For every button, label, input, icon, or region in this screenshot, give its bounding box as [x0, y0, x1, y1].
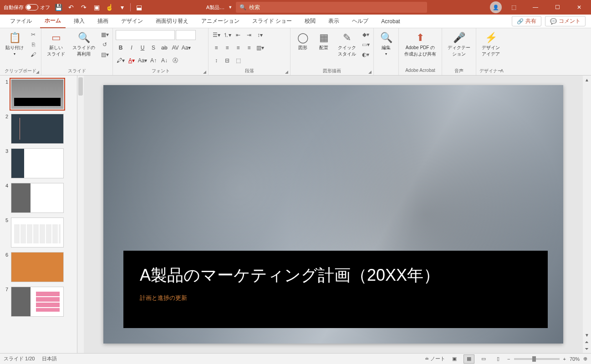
align-text-button[interactable]: ⊟	[222, 56, 232, 66]
tab-design[interactable]: デザイン	[117, 15, 148, 28]
indent-inc-button[interactable]: ⇥	[244, 30, 254, 40]
dictate-button[interactable]: 🎤ディクテー ション	[445, 30, 473, 59]
minimize-icon[interactable]: —	[525, 0, 545, 15]
fit-window-icon[interactable]: ⊕	[583, 356, 587, 362]
cut-icon[interactable]: ✂	[28, 30, 38, 39]
clear-button[interactable]: Ⓐ	[170, 56, 180, 66]
qat-more-icon[interactable]: ▾	[117, 3, 127, 12]
slide-canvas[interactable]: A製品のマーケティング計画（20XX年） 計画と進捗の更新	[84, 76, 583, 353]
prev-slide-icon[interactable]: ⏶	[585, 339, 589, 344]
view-normal-icon[interactable]: ▣	[449, 354, 460, 364]
tab-insert[interactable]: 挿入	[69, 15, 89, 28]
shape-fill-icon[interactable]: ◆▾	[361, 30, 371, 39]
slide-thumbnail-4[interactable]	[11, 183, 64, 213]
slide-thumbnail-5[interactable]	[11, 217, 64, 248]
slide-thumbnail-2[interactable]	[11, 114, 64, 144]
slide-title[interactable]: A製品のマーケティング計画（20XX年）	[140, 264, 531, 287]
zoom-in-button[interactable]: +	[563, 356, 566, 362]
design-ideas-button[interactable]: ⚡デザイン アイデア	[479, 30, 503, 59]
copy-icon[interactable]: ⎘	[28, 40, 38, 49]
bold-button[interactable]: B	[116, 43, 126, 53]
grow-font-button[interactable]: A↑	[148, 56, 158, 66]
save-icon[interactable]: 💾	[54, 3, 63, 12]
format-painter-icon[interactable]: 🖌	[28, 50, 38, 59]
collapse-ribbon-icon[interactable]: ᐱ	[500, 68, 504, 73]
shape-outline-icon[interactable]: ▭▾	[361, 40, 371, 49]
maximize-icon[interactable]: ☐	[547, 0, 567, 15]
slide-counter[interactable]: スライド 1/20	[4, 355, 35, 362]
zoom-slider[interactable]	[514, 358, 560, 360]
tab-animation[interactable]: アニメーション	[197, 15, 244, 28]
zoom-level[interactable]: 70%	[570, 356, 580, 362]
slide-thumbnail-1[interactable]	[11, 79, 64, 109]
touch-icon[interactable]: ☝	[105, 3, 114, 12]
slide-subtitle[interactable]: 計画と進捗の更新	[140, 294, 531, 302]
tab-home[interactable]: ホーム	[40, 15, 66, 28]
shapes-button[interactable]: ◯図形	[293, 30, 312, 53]
case-button[interactable]: Aa▾	[181, 43, 191, 53]
align-left-button[interactable]: ≡	[211, 43, 221, 53]
shrink-font-button[interactable]: A↓	[159, 56, 169, 66]
share-button[interactable]: 🔗共有	[512, 16, 541, 26]
tab-draw[interactable]: 描画	[93, 15, 113, 28]
title-overlay[interactable]: A製品のマーケティング計画（20XX年） 計画と進捗の更新	[123, 251, 548, 328]
strike-button[interactable]: ab	[159, 43, 169, 53]
slide-thumbnail-7[interactable]	[11, 287, 64, 317]
reset-icon[interactable]: ↺	[100, 40, 110, 49]
tab-review[interactable]: 校閲	[300, 15, 320, 28]
tab-help[interactable]: ヘルプ	[347, 15, 373, 28]
zoom-out-button[interactable]: −	[507, 356, 510, 362]
slide-thumbnail-3[interactable]	[11, 148, 64, 178]
dialog-launcher-icon[interactable]: ◢	[368, 70, 372, 74]
font-size-input[interactable]	[176, 30, 196, 40]
tab-transition[interactable]: 画面切り替え	[151, 15, 193, 28]
scroll-down-icon[interactable]: ▼	[585, 333, 589, 338]
next-slide-icon[interactable]: ⏷	[585, 346, 589, 351]
smartart-button[interactable]: ⬚	[233, 56, 243, 66]
undo-icon[interactable]: ↶	[66, 3, 76, 12]
search-input[interactable]: 🔍 検索	[236, 2, 427, 13]
font-color-button[interactable]: A▾	[127, 56, 137, 66]
layout-icon[interactable]: ▦▾	[100, 30, 110, 39]
arrange-button[interactable]: ▦配置	[314, 30, 333, 53]
bullets-button[interactable]: ☰▾	[211, 30, 221, 40]
quick-style-button[interactable]: ✎クイック スタイル	[335, 30, 359, 59]
scroll-up-icon[interactable]: ▲	[585, 77, 589, 82]
edit-button[interactable]: 🔍編集▾	[377, 30, 396, 58]
reuse-slide-button[interactable]: 🔍 スライドの 再利用	[70, 30, 98, 59]
dialog-launcher-icon[interactable]: ◢	[36, 70, 39, 74]
new-slide-button[interactable]: ▭ 新しい スライド	[44, 30, 68, 59]
slide[interactable]: A製品のマーケティング計画（20XX年） 計画と進捗の更新	[103, 85, 563, 344]
close-icon[interactable]: ✕	[569, 0, 589, 15]
tab-acrobat[interactable]: Acrobat	[377, 15, 404, 28]
underline-button[interactable]: U	[138, 43, 148, 53]
align-right-button[interactable]: ≡	[233, 43, 243, 53]
paste-button[interactable]: 📋 貼り付け ▾	[3, 30, 26, 58]
highlight-button[interactable]: 🖍▾	[116, 56, 126, 66]
language-status[interactable]: 日本語	[42, 355, 57, 362]
indent-dec-button[interactable]: ⇤	[233, 30, 243, 40]
notes-button[interactable]: ≐ ノート	[425, 355, 445, 362]
user-avatar[interactable]: 👤	[490, 1, 502, 13]
tab-file[interactable]: ファイル	[5, 15, 36, 28]
spacing-button[interactable]: AV	[170, 43, 180, 53]
slide-thumbnail-6[interactable]	[11, 252, 64, 282]
dialog-launcher-icon[interactable]: ◢	[203, 70, 206, 74]
view-slideshow-icon[interactable]: ▯	[493, 354, 504, 364]
autosave-toggle[interactable]: 自動保存 オフ	[4, 4, 50, 11]
filename-dropdown-icon[interactable]: ▼	[228, 5, 232, 10]
view-reading-icon[interactable]: ▭	[478, 354, 489, 364]
comment-button[interactable]: 💬コメント	[545, 16, 586, 26]
shadow-button[interactable]: S	[148, 43, 158, 53]
shape-effects-icon[interactable]: ◐▾	[361, 50, 371, 59]
justify-button[interactable]: ≡	[244, 43, 254, 53]
font-name-input[interactable]	[116, 30, 175, 40]
align-center-button[interactable]: ≡	[222, 43, 232, 53]
view-sorter-icon[interactable]: ▦	[464, 354, 474, 364]
clear-format-button[interactable]: Aa▾	[138, 56, 148, 66]
text-direction-button[interactable]: ↕	[211, 56, 221, 66]
line-spacing-button[interactable]: ↕▾	[255, 30, 265, 40]
redo-icon[interactable]: ↷	[79, 3, 88, 12]
tab-slideshow[interactable]: スライド ショー	[248, 15, 296, 28]
thumbnail-scrollbar[interactable]	[77, 76, 84, 353]
